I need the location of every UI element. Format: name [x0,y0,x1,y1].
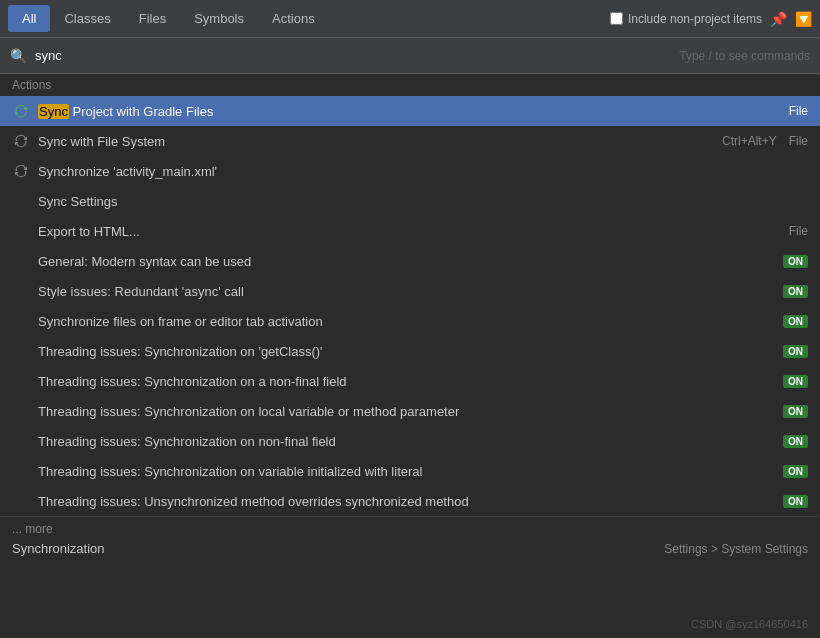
result-item-3[interactable]: Synchronize 'activity_main.xml' [0,156,820,186]
result-label-14: Threading issues: Unsynchronized method … [38,494,775,509]
result-label-3: Synchronize 'activity_main.xml' [38,164,808,179]
icon-5 [12,222,30,240]
search-icon: 🔍 [10,48,27,64]
system-settings-link[interactable]: Settings > System Settings [664,542,808,556]
tab-symbols[interactable]: Symbols [180,5,258,32]
on-badge-10: ON [783,375,808,388]
search-bar: 🔍 Type / to see commands [0,38,820,74]
on-badge-12: ON [783,435,808,448]
result-item-6[interactable]: General: Modern syntax can be used ON [0,246,820,276]
include-non-project-checkbox[interactable] [610,12,623,25]
shortcut-2: Ctrl+Alt+Y [722,134,777,148]
search-hint: Type / to see commands [679,49,810,63]
on-badge-8: ON [783,315,808,328]
file-tag-5: File [789,224,808,238]
file-tag-1: File [789,104,808,118]
result-item-13[interactable]: Threading issues: Synchronization on var… [0,456,820,486]
result-item-14[interactable]: Threading issues: Unsynchronized method … [0,486,820,516]
result-item-1[interactable]: Sync Project with Gradle Files File [0,96,820,126]
result-item-10[interactable]: Threading issues: Synchronization on a n… [0,366,820,396]
tab-right-controls: Include non-project items 📌 🔽 [610,11,812,27]
icon-6 [12,252,30,270]
icon-12 [12,432,30,450]
result-label-9: Threading issues: Synchronization on 'ge… [38,344,775,359]
result-label-6: General: Modern syntax can be used [38,254,775,269]
result-item-12[interactable]: Threading issues: Synchronization on non… [0,426,820,456]
sync-footer-label: Synchronization [12,541,105,556]
result-item-5[interactable]: Export to HTML... File [0,216,820,246]
result-label-10: Threading issues: Synchronization on a n… [38,374,775,389]
tab-bar: All Classes Files Symbols Actions Includ… [0,0,820,38]
icon-10 [12,372,30,390]
sync-icon-3 [12,162,30,180]
result-item-8[interactable]: Synchronize files on frame or editor tab… [0,306,820,336]
icon-4 [12,192,30,210]
result-label-12: Threading issues: Synchronization on non… [38,434,775,449]
icon-9 [12,342,30,360]
on-badge-13: ON [783,465,808,478]
tab-actions[interactable]: Actions [258,5,329,32]
filter-icon[interactable]: 🔽 [795,11,812,27]
icon-8 [12,312,30,330]
search-input[interactable] [35,48,679,63]
result-label-7: Style issues: Redundant 'async' call [38,284,775,299]
tab-files[interactable]: Files [125,5,180,32]
on-badge-9: ON [783,345,808,358]
tab-all[interactable]: All [8,5,50,32]
icon-14 [12,492,30,510]
pin-icon[interactable]: 📌 [770,11,787,27]
result-label-4: Sync Settings [38,194,808,209]
result-label-8: Synchronize files on frame or editor tab… [38,314,775,329]
on-badge-7: ON [783,285,808,298]
footer-row: ... more [0,516,820,541]
on-badge-6: ON [783,255,808,268]
include-non-project-wrap[interactable]: Include non-project items [610,12,762,26]
icon-11 [12,402,30,420]
sync-icon-1 [12,102,30,120]
highlight-1: Sync [38,104,69,119]
icon-7 [12,282,30,300]
more-label: ... more [12,522,53,536]
include-non-project-label: Include non-project items [628,12,762,26]
result-label-2: Sync with File System [38,134,714,149]
watermark: CSDN @syz164650416 [691,618,808,630]
sync-icon-2 [12,132,30,150]
result-item-2[interactable]: Sync with File System Ctrl+Alt+Y File [0,126,820,156]
result-label-1: Sync Project with Gradle Files [38,104,777,119]
result-item-7[interactable]: Style issues: Redundant 'async' call ON [0,276,820,306]
result-label-13: Threading issues: Synchronization on var… [38,464,775,479]
category-label: Actions [0,74,820,96]
result-label-5: Export to HTML... [38,224,777,239]
result-item-9[interactable]: Threading issues: Synchronization on 'ge… [0,336,820,366]
result-label-11: Threading issues: Synchronization on loc… [38,404,775,419]
on-badge-14: ON [783,495,808,508]
file-tag-2: File [789,134,808,148]
result-item-4[interactable]: Sync Settings [0,186,820,216]
on-badge-11: ON [783,405,808,418]
icon-13 [12,462,30,480]
footer-sync-row: Synchronization Settings > System Settin… [0,541,820,561]
result-item-11[interactable]: Threading issues: Synchronization on loc… [0,396,820,426]
tab-classes[interactable]: Classes [50,5,124,32]
results-list: Sync Project with Gradle Files File Sync… [0,96,820,516]
